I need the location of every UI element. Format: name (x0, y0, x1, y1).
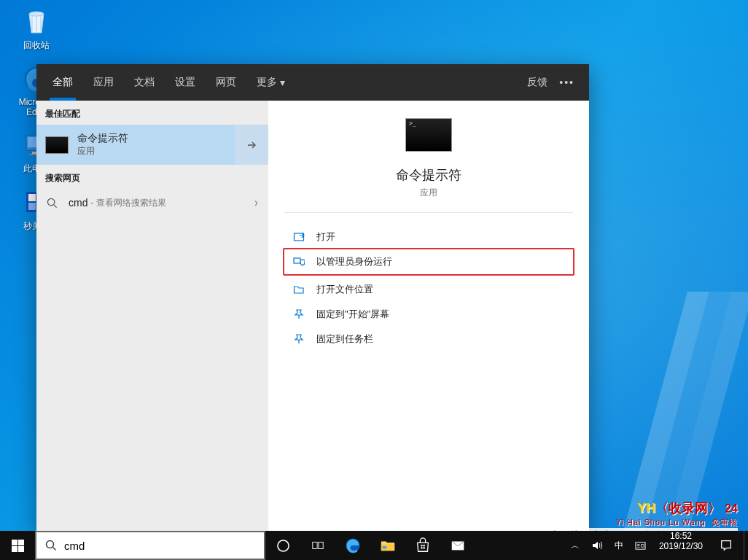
svg-rect-17 (18, 546, 24, 552)
cortana-button[interactable] (265, 531, 300, 560)
action-pin-taskbar[interactable]: 固定到任务栏 (284, 327, 573, 351)
svg-rect-26 (423, 545, 424, 546)
action-open[interactable]: 打开 (284, 225, 573, 249)
chevron-down-icon: ▾ (280, 77, 285, 88)
svg-point-18 (47, 541, 54, 548)
tray-chevron-up-icon[interactable]: ︿ (568, 540, 583, 552)
svg-rect-20 (313, 542, 317, 549)
mail-icon (450, 537, 466, 553)
svg-point-11 (47, 198, 54, 205)
action-center-button[interactable] (709, 531, 744, 560)
tab-label: 应用 (93, 76, 114, 89)
svg-point-0 (29, 12, 44, 16)
more-options-icon[interactable]: ••• (559, 77, 574, 88)
search-panel-header: 全部 应用 文档 设置 网页 更多 ▾ 反馈 ••• (36, 64, 589, 101)
desktop-icon-label: 回收站 (9, 39, 64, 52)
taskbar-clock[interactable]: 16:52 2019/12/30 (653, 531, 709, 560)
search-detail-pane: 命令提示符 应用 打开 以管理员身份运行 (268, 101, 589, 531)
tab-label: 网页 (216, 76, 236, 89)
svg-rect-14 (12, 540, 17, 545)
search-tab-all[interactable]: 全部 (42, 64, 83, 101)
cortana-icon (276, 539, 290, 553)
action-label: 固定到"开始"屏幕 (316, 308, 389, 321)
watermark-badge-top: 24 (725, 502, 738, 515)
svg-point-19 (277, 540, 288, 551)
search-web-item[interactable]: cmd - 查看网络搜索结果 › (36, 189, 268, 217)
windows-icon (12, 540, 24, 552)
watermark-rest: 〈收录网〉 (655, 501, 721, 516)
cmd-large-icon (405, 118, 452, 152)
svg-rect-27 (421, 547, 422, 548)
svg-rect-15 (18, 540, 24, 545)
taskbar-app-explorer[interactable] (370, 531, 405, 560)
task-view-icon (311, 539, 324, 552)
expand-arrow-button[interactable] (235, 125, 268, 165)
chevron-right-icon: › (254, 196, 258, 209)
notification-icon (720, 539, 733, 552)
search-results-list: 最佳匹配 命令提示符 应用 搜索网页 cmd - 查看网络搜索结果 › (36, 101, 268, 531)
arrow-right-icon (246, 139, 257, 151)
recycle-bin-icon (21, 6, 52, 36)
taskbar-search-input[interactable] (64, 540, 255, 552)
light-beam (619, 292, 709, 547)
taskbar-time: 16:52 (659, 531, 703, 541)
action-open-location[interactable]: 打开文件位置 (284, 277, 573, 302)
ime-mode-icon[interactable] (632, 540, 649, 551)
tab-label: 更多 (257, 76, 277, 89)
task-view-button[interactable] (300, 531, 335, 560)
svg-rect-24 (383, 546, 387, 549)
search-tab-docs[interactable]: 文档 (124, 64, 165, 101)
tab-label: 全部 (52, 76, 73, 89)
action-label: 固定到任务栏 (316, 332, 373, 346)
search-tab-more[interactable]: 更多 ▾ (246, 64, 295, 101)
open-icon (292, 231, 306, 243)
taskbar-search-box[interactable] (35, 531, 265, 560)
svg-rect-16 (12, 546, 17, 552)
search-web-section-label: 搜索网页 (36, 165, 268, 189)
web-item-suffix: - 查看网络搜索结果 (90, 197, 165, 209)
best-match-section-label: 最佳匹配 (36, 101, 268, 125)
taskbar: ︿ 中 16:52 2019/12/30 (0, 531, 748, 560)
store-icon (415, 537, 431, 553)
taskbar-date: 2019/12/30 (659, 541, 703, 551)
search-tab-apps[interactable]: 应用 (83, 64, 124, 101)
app-hero: 命令提示符 应用 (284, 118, 573, 213)
tray-volume-icon[interactable] (588, 540, 606, 551)
best-match-title: 命令提示符 (77, 132, 128, 145)
action-run-as-admin[interactable]: 以管理员身份运行 (283, 248, 574, 276)
system-tray: ︿ 中 (564, 531, 653, 560)
show-desktop-button[interactable] (744, 531, 748, 560)
pin-taskbar-icon (292, 333, 306, 345)
search-icon (45, 540, 57, 551)
action-pin-start[interactable]: 固定到"开始"屏幕 (284, 302, 573, 327)
svg-rect-21 (319, 542, 323, 549)
search-tab-web[interactable]: 网页 (206, 64, 246, 101)
feedback-link[interactable]: 反馈 (527, 76, 548, 89)
search-tab-settings[interactable]: 设置 (165, 64, 206, 101)
search-icon (47, 198, 60, 209)
taskbar-app-edge[interactable] (335, 531, 370, 560)
tab-label: 文档 (134, 76, 155, 89)
app-action-list: 打开 以管理员身份运行 打开文件位置 (268, 225, 589, 351)
cmd-icon (45, 136, 69, 154)
pin-start-icon (292, 308, 306, 320)
action-label: 打开 (316, 230, 335, 244)
svg-rect-13 (294, 258, 300, 263)
best-match-subtitle: 应用 (77, 145, 128, 158)
ime-language-indicator[interactable]: 中 (612, 540, 626, 552)
search-panel: 全部 应用 文档 设置 网页 更多 ▾ 反馈 ••• 最佳匹配 命令提示符 应用 (36, 64, 589, 531)
start-button[interactable] (0, 531, 35, 560)
action-label: 打开文件位置 (316, 283, 373, 296)
web-item-prefix: cmd (69, 197, 87, 209)
best-match-item[interactable]: 命令提示符 应用 (36, 125, 268, 165)
file-explorer-icon (380, 537, 396, 553)
action-label: 以管理员身份运行 (316, 255, 392, 268)
desktop-icon-recycle-bin[interactable]: 回收站 (9, 6, 64, 52)
admin-shield-icon (292, 256, 306, 268)
edge-icon (344, 537, 362, 554)
app-subtitle: 应用 (284, 187, 573, 199)
taskbar-app-store[interactable] (405, 531, 440, 560)
svg-rect-9 (28, 203, 36, 210)
taskbar-app-mail[interactable] (440, 531, 475, 560)
tab-label: 设置 (175, 76, 195, 89)
